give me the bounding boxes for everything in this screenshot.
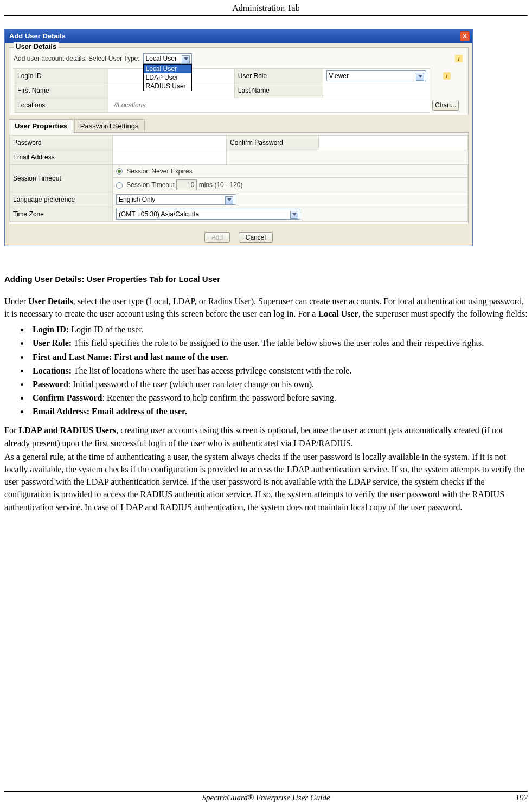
list-item: Login ID: Login ID of the user. <box>29 323 528 336</box>
user-type-options: Local User LDAP User RADIUS User <box>143 64 192 91</box>
add-user-dialog: Add User Details X User Details Add user… <box>4 29 473 246</box>
cancel-button[interactable]: Cancel <box>239 232 273 243</box>
change-button[interactable]: Chan... <box>432 100 459 111</box>
timeout-value-input <box>176 179 197 190</box>
dialog-screenshot: Add User Details X User Details Add user… <box>4 29 528 246</box>
dialog-titlebar: Add User Details X <box>5 29 472 43</box>
last-name-input[interactable] <box>326 85 427 96</box>
page-header: Administration Tab <box>4 0 528 16</box>
page-number: 192 <box>495 793 528 802</box>
option-local-user[interactable]: Local User <box>144 65 191 73</box>
tz-label: Time Zone <box>10 207 113 222</box>
first-name-label: First Name <box>14 83 108 98</box>
user-fields-table: Login ID User Role Viewer i First Name <box>14 68 464 113</box>
info-icon[interactable]: i <box>455 55 463 62</box>
user-type-dropdown[interactable]: Local User Local User LDAP User RADIUS U… <box>143 53 192 64</box>
user-type-value: Local User <box>146 55 177 62</box>
confirm-password-label: Confirm Password <box>227 136 319 150</box>
close-icon[interactable]: X <box>460 31 470 41</box>
lang-value: English Only <box>119 196 155 203</box>
paragraph-2: For LDAP and RADIUS Users, creating user… <box>4 424 528 449</box>
list-item: Locations: The list of locations where t… <box>29 364 528 377</box>
session-timeout-label: Session Timeout <box>10 165 113 192</box>
user-role-value: Viewer <box>329 72 349 80</box>
user-role-dropdown[interactable]: Viewer <box>326 70 427 81</box>
list-item: Password: Initial password of the user (… <box>29 378 528 390</box>
email-input[interactable] <box>116 152 223 163</box>
last-name-label: Last Name <box>234 83 323 98</box>
tab-password-settings[interactable]: Password Settings <box>74 119 145 133</box>
tz-dropdown[interactable]: (GMT +05:30) Asia/Calcutta <box>116 209 300 220</box>
chevron-down-icon <box>184 57 188 60</box>
paragraph-3: As a general rule, at the time of authen… <box>4 451 528 513</box>
option-radius-user[interactable]: RADIUS User <box>144 82 191 91</box>
dialog-footer: Add Cancel <box>5 228 472 246</box>
tab-user-properties[interactable]: User Properties <box>9 119 73 133</box>
timeout-label: Session Timeout <box>126 181 175 189</box>
list-item: User Role: This field specifies the role… <box>29 337 528 349</box>
footer-title: SpectraGuard® Enterprise User Guide <box>4 793 495 802</box>
header-title: Administration Tab <box>232 3 299 12</box>
locations-input[interactable] <box>112 100 426 111</box>
chevron-down-icon <box>227 198 232 201</box>
never-expires-label: Session Never Expires <box>126 168 192 175</box>
dialog-title: Add User Details <box>9 32 66 40</box>
tabs: User Properties Password Settings <box>9 119 469 133</box>
group-title: User Details <box>14 42 59 50</box>
paragraph-1: Under User Details, select the user type… <box>4 295 528 320</box>
radio-never-expires[interactable] <box>116 168 123 175</box>
instruction-label: Add user account details. Select User Ty… <box>14 55 140 62</box>
locations-label: Locations <box>14 98 108 113</box>
document-body: Adding User Details: User Properties Tab… <box>4 273 528 513</box>
chevron-down-icon <box>418 75 422 78</box>
confirm-password-input[interactable] <box>322 137 464 148</box>
page-footer: SpectraGuard® Enterprise User Guide 192 <box>4 791 528 802</box>
login-id-label: Login ID <box>14 69 108 83</box>
add-button[interactable]: Add <box>204 232 230 243</box>
tz-value: (GMT +05:30) Asia/Calcutta <box>119 210 199 218</box>
user-properties-panel: Password Confirm Password Email Address … <box>9 132 469 224</box>
section-heading: Adding User Details: User Properties Tab… <box>4 273 528 285</box>
option-ldap-user[interactable]: LDAP User <box>144 73 191 82</box>
list-item: Confirm Password: Reenter the password t… <box>29 391 528 404</box>
list-item: Email Address: Email address of the user… <box>29 405 528 417</box>
field-list: Login ID: Login ID of the user. User Rol… <box>29 323 528 417</box>
user-role-label: User Role <box>234 69 323 83</box>
properties-table: Password Confirm Password Email Address … <box>9 135 468 222</box>
lang-dropdown[interactable]: English Only <box>116 194 235 205</box>
chevron-down-icon <box>292 213 297 216</box>
email-label: Email Address <box>10 150 113 165</box>
timeout-range: mins (10 - 120) <box>199 181 243 189</box>
password-label: Password <box>10 136 113 150</box>
radio-session-timeout[interactable] <box>116 182 123 189</box>
list-item: First and Last Name: First and last name… <box>29 351 528 363</box>
password-input[interactable] <box>116 137 223 148</box>
lang-pref-label: Language preference <box>10 192 113 207</box>
user-details-group: User Details Add user account details. S… <box>9 47 469 115</box>
info-icon[interactable]: i <box>443 72 451 80</box>
